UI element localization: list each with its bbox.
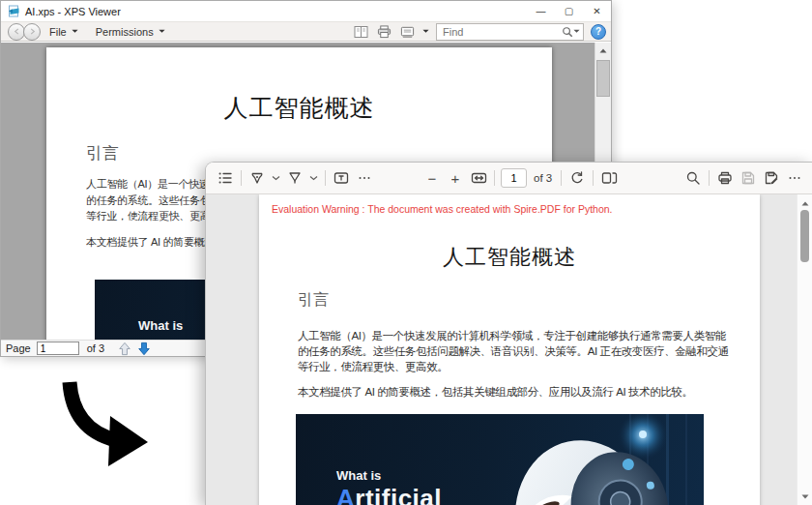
help-button[interactable]: ? [591, 24, 606, 40]
zoom-out-button[interactable]: − [420, 166, 444, 190]
image-caption-line2: Artificial [336, 484, 442, 505]
find-box [436, 23, 584, 41]
pdf-scrollbar[interactable] [797, 194, 812, 505]
page-number-input[interactable] [37, 342, 79, 355]
paragraph-1: 人工智能（AI）是一个快速发展的计算机科学领域，专注于创建能够执行通常需要人类智… [298, 328, 729, 374]
pdf-scrollbar-thumb[interactable] [800, 210, 809, 262]
menu-file[interactable]: File [41, 22, 87, 41]
print-button[interactable] [376, 23, 392, 40]
document-title: 人工智能概述 [259, 243, 760, 272]
pdf-page-count-label: of 3 [534, 172, 552, 184]
xps-window-controls: — ▢ ✕ [527, 1, 611, 21]
paragraph-line: 的任务的系统。这些任务包括问题解决、语音识别、决策等。AI 正在改变医疗、金融和… [298, 343, 729, 359]
robot-head-graphic [477, 414, 704, 505]
search-icon[interactable] [562, 26, 573, 38]
pdf-toolbar-right [682, 166, 806, 190]
paragraph-2: 本文档提供了 AI 的简要概述，包括其关键组成部分、应用以及流行 AI 技术的比… [298, 385, 693, 400]
xps-app-icon [8, 5, 20, 17]
page-layout-button[interactable] [353, 23, 369, 40]
close-button[interactable]: ✕ [583, 1, 611, 21]
highlighter-button[interactable] [283, 166, 306, 190]
accent-letter: A [336, 484, 355, 505]
navigation-buttons [8, 23, 41, 41]
paragraph-line: 等行业，使流程更快、更高效。 [298, 359, 729, 374]
toolbar-divider [593, 170, 594, 186]
add-text-button[interactable] [330, 166, 353, 190]
image-caption-line1: What is [138, 318, 183, 333]
xps-toolbar-right: ? [353, 23, 611, 41]
rotate-button[interactable] [566, 166, 589, 190]
minimize-button[interactable]: — [527, 1, 555, 21]
xps-titlebar[interactable]: AI.xps - XPS Viewer — ▢ ✕ [1, 1, 611, 21]
curved-arrow-annotation [39, 372, 169, 479]
more-tools-button[interactable] [353, 166, 376, 190]
scroll-up-arrow-icon[interactable] [595, 43, 611, 58]
find-input[interactable] [443, 26, 562, 38]
ai-illustration-image: What is Artificial [296, 414, 704, 505]
toolbar-divider [241, 170, 242, 186]
search-button[interactable] [682, 166, 705, 190]
zoom-in-button[interactable]: + [444, 166, 467, 190]
xps-scrollbar-thumb[interactable] [596, 60, 610, 97]
toolbar-divider [561, 170, 562, 186]
next-page-button[interactable] [137, 342, 151, 356]
page-view-button[interactable] [597, 166, 621, 190]
paragraph-line: 人工智能（AI）是一个快速发展的计算机科学领域，专注于创建能够执行通常需要人类智… [298, 328, 729, 343]
xps-window-title: AI.xps - XPS Viewer [25, 6, 121, 17]
pdf-toolbar: − + of 3 [206, 163, 812, 194]
toolbar-divider [325, 170, 326, 186]
fit-to-width-button[interactable] [467, 166, 490, 190]
pdf-print-button[interactable] [713, 166, 737, 190]
menu-file-label: File [49, 26, 67, 38]
forward-button[interactable] [23, 23, 41, 41]
menu-permissions-label: Permissions [96, 26, 154, 38]
save-as-button[interactable] [760, 166, 783, 190]
highlighter-dropdown[interactable] [306, 166, 321, 190]
chevron-down-icon [72, 29, 78, 34]
signature-button[interactable] [399, 23, 416, 40]
pdf-viewer-window: − + of 3 [205, 162, 812, 505]
draw-pen-dropdown[interactable] [269, 166, 283, 190]
caption-rest: rtificial [355, 484, 442, 505]
maximize-button[interactable]: ▢ [555, 1, 583, 21]
section-heading: 引言 [298, 290, 329, 311]
more-options-button[interactable] [783, 166, 806, 190]
chevron-down-icon [159, 29, 165, 34]
xps-toolbar: File Permissions [1, 21, 611, 42]
evaluation-warning-text: Evaluation Warning : The document was cr… [272, 203, 613, 215]
save-button[interactable] [737, 166, 760, 190]
pdf-toolbar-center: − + of 3 [420, 166, 621, 190]
chevron-down-icon[interactable] [573, 29, 580, 34]
page-count-label: of 3 [87, 342, 104, 354]
table-of-contents-button[interactable] [214, 166, 237, 190]
pdf-document-page: Evaluation Warning : The document was cr… [259, 194, 760, 505]
menu-permissions[interactable]: Permissions [87, 22, 174, 41]
page-label: Page [6, 342, 31, 354]
pdf-page-number-input[interactable] [501, 168, 527, 188]
scroll-up-arrow-icon[interactable] [798, 196, 812, 210]
chevron-down-icon[interactable] [422, 29, 429, 34]
draw-pen-button[interactable] [246, 166, 269, 190]
section-heading: 引言 [86, 142, 119, 164]
image-caption-line1: What is [336, 468, 381, 483]
toolbar-divider [709, 170, 710, 186]
document-title: 人工智能概述 [46, 92, 552, 124]
pdf-document-area: Evaluation Warning : The document was cr… [206, 194, 812, 505]
toolbar-divider [494, 170, 495, 186]
previous-page-button[interactable] [118, 342, 131, 356]
scroll-down-arrow-icon[interactable] [798, 490, 812, 503]
